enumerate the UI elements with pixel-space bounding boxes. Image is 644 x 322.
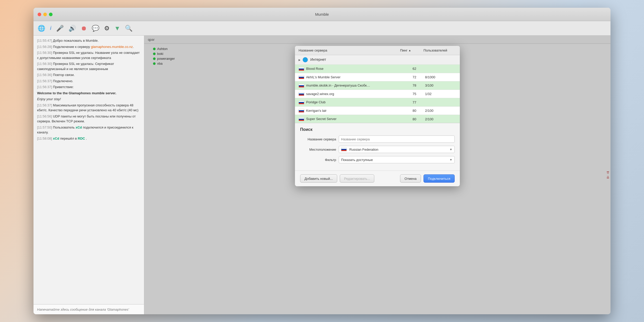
- internet-label: Интернет: [310, 57, 326, 62]
- server-name-cell: mumble.skobk.in - Дегенератуша Скобк…: [295, 81, 396, 90]
- msg-time: [11:56:56]: [37, 114, 52, 118]
- chat-msg-3: [11:56:30] Проверка SSL не удалась: Назв…: [37, 50, 140, 60]
- mic-icon[interactable]: 🎤: [56, 25, 64, 32]
- table-row[interactable]: AkhIL's Mumble Server 72 8/1000: [295, 73, 460, 81]
- msg-text: перешёл в: [60, 137, 78, 140]
- internet-globe-icon: 🌐: [303, 57, 308, 62]
- chat-msg-10: [11:56:37] Максимальная пропускная спосо…: [37, 103, 140, 113]
- search-name-row: Название сервера: [300, 135, 455, 143]
- msg-time: [11:58:08]: [37, 137, 52, 140]
- app-window: Mumble 🌐 i 🎤 🔊 ⏺ 💬 ⚙ ▼ 🔍 [11:55:47] Добр…: [33, 8, 611, 314]
- users-cell: [420, 65, 460, 73]
- info-icon[interactable]: i: [50, 25, 52, 31]
- dialog-buttons: Добавить новый... Редактировать... Отмен…: [295, 171, 460, 186]
- msg-text: Пользователь: [53, 125, 75, 129]
- titlebar: Mumble: [33, 8, 611, 21]
- msg-time: [11:57:50]: [37, 125, 52, 129]
- users-cell: 2/100: [420, 115, 460, 123]
- internet-group-row: ▶ 🌐 Интернет: [295, 55, 460, 65]
- filter-select[interactable]: Показать доступные ▼: [339, 156, 455, 163]
- settings-icon[interactable]: ⚙: [104, 25, 110, 32]
- filter-icon[interactable]: ▼: [114, 25, 121, 32]
- server-name-cell: Super Secret Server: [295, 115, 396, 123]
- maximize-button[interactable]: [49, 13, 53, 16]
- chat-msg-7: [11:56:37] Приветствие:: [37, 84, 140, 90]
- ping-cell: 72: [396, 73, 420, 81]
- toolbar: 🌐 i 🎤 🔊 ⏺ 💬 ⚙ ▼ 🔍: [33, 21, 611, 36]
- filter-value: Показать доступные: [341, 158, 373, 162]
- table-row[interactable]: Poridge Club 77: [295, 98, 460, 107]
- table-row[interactable]: Kerrigan's lair 80 2/100: [295, 106, 460, 115]
- users-cell: 1/32: [420, 90, 460, 98]
- table-row[interactable]: Blood Rose 62: [295, 65, 460, 73]
- chat-msg-2: [11:56:28] Подключение к серверу glamaph…: [37, 44, 140, 49]
- chat-msg-4: [11:56:30] Проверка SSL не удалась: Серт…: [37, 61, 140, 71]
- center-panel: qpar Ashton boki poweranger: [144, 36, 611, 314]
- left-panel: [11:55:47] Добро пожаловать в Mumble. [1…: [33, 36, 144, 314]
- table-row[interactable]: Super Secret Server 80 2/100: [295, 115, 460, 123]
- search-section: Поиск Название сервера Местоположение: [295, 123, 460, 171]
- globe-icon[interactable]: 🌐: [38, 25, 45, 32]
- server-browser-dialog: Название сервера Пинг ▲ Пользователей: [295, 46, 460, 186]
- msg-time: [11:56:30]: [37, 51, 52, 55]
- location-select-text: Russian Federation: [341, 148, 378, 151]
- ping-cell: 80: [396, 115, 420, 123]
- msg-time: [11:55:47]: [37, 39, 52, 43]
- server-name-input[interactable]: [339, 135, 455, 143]
- cancel-button[interactable]: Отмена: [400, 174, 421, 183]
- table-row[interactable]: mumble.skobk.in - Дегенератуша Скобк… 78…: [295, 81, 460, 90]
- msg-time: [11:56:36]: [37, 73, 52, 77]
- close-button[interactable]: [38, 13, 41, 16]
- search-filter-row: Фильтр Показать доступные ▼: [300, 156, 455, 163]
- chat-msg-5: [11:56:36] Повтор связи.: [37, 72, 140, 78]
- users-cell: 8/1000: [420, 73, 460, 81]
- location-value: Russian Federation: [349, 148, 378, 151]
- dialog-overlay: Название сервера Пинг ▲ Пользователей: [144, 36, 611, 314]
- col-ping: Пинг ▲: [396, 46, 420, 55]
- msg-bold: Welcome to the the Glamaphones mumble se…: [37, 91, 116, 95]
- server-name-cell: Kerrigan's lair: [295, 106, 396, 115]
- chat-msg-6: [11:56:37] Подключено.: [37, 79, 140, 84]
- msg-text: Повтор связи.: [53, 73, 74, 77]
- server-name-cell: AkhIL's Mumble Server: [295, 73, 396, 81]
- location-label: Местоположение: [300, 148, 336, 151]
- record-icon[interactable]: ⏺: [81, 25, 87, 32]
- table-row[interactable]: savage2.winex.org 75 1/32: [295, 90, 460, 98]
- msg-time: [11:56:30]: [37, 62, 52, 66]
- search-icon[interactable]: 🔍: [125, 25, 133, 32]
- server-table: Название сервера Пинг ▲ Пользователей: [295, 46, 460, 123]
- msg-italic: Enjoy your stay!: [37, 97, 61, 101]
- ping-cell: 80: [396, 106, 420, 115]
- users-cell: [420, 98, 460, 107]
- edit-button[interactable]: Редактировать...: [340, 174, 375, 183]
- server-link[interactable]: glamaphones.mumble.co.nz: [91, 45, 133, 49]
- table-header: Название сервера Пинг ▲ Пользователей: [295, 46, 460, 55]
- msg-text: Проверка SSL не удалась: Название узла н…: [37, 51, 140, 60]
- search-title: Поиск: [300, 127, 455, 132]
- server-name-cell: savage2.winex.org: [295, 90, 396, 98]
- ping-cell: 62: [396, 65, 420, 73]
- location-select[interactable]: Russian Federation ▼: [339, 146, 455, 153]
- chat-messages: [11:55:47] Добро пожаловать в Mumble. [1…: [33, 36, 144, 304]
- msg-text: Подключение к серверу: [53, 45, 91, 49]
- sort-asc-icon: ▲: [409, 49, 411, 52]
- channel-highlight: RDC: [78, 137, 85, 140]
- speaker-icon[interactable]: 🔊: [69, 25, 76, 32]
- msg-text: .: [86, 137, 87, 140]
- server-name-label: Название сервера: [300, 137, 336, 141]
- connect-button[interactable]: Подключиться: [423, 174, 455, 183]
- users-cell: 2/100: [420, 106, 460, 115]
- msg-text: Максимальная пропускная способность серв…: [37, 103, 138, 112]
- chat-input-area[interactable]: [33, 304, 144, 314]
- add-new-button[interactable]: Добавить новый...: [300, 174, 337, 183]
- window-controls: [38, 13, 53, 16]
- tree-expand-icon[interactable]: ▶: [299, 58, 301, 61]
- chat-input-field[interactable]: [37, 308, 140, 311]
- server-list-scroll[interactable]: Название сервера Пинг ▲ Пользователей: [295, 46, 460, 123]
- chat-msg-12: [11:57:50] Пользователь xCd подключился …: [37, 125, 140, 135]
- server-name-cell: Blood Rose: [295, 65, 396, 73]
- user-highlight: xCd: [75, 125, 82, 129]
- chat-icon[interactable]: 💬: [92, 25, 99, 32]
- minimize-button[interactable]: [43, 13, 47, 16]
- filter-label: Фильтр: [300, 158, 336, 162]
